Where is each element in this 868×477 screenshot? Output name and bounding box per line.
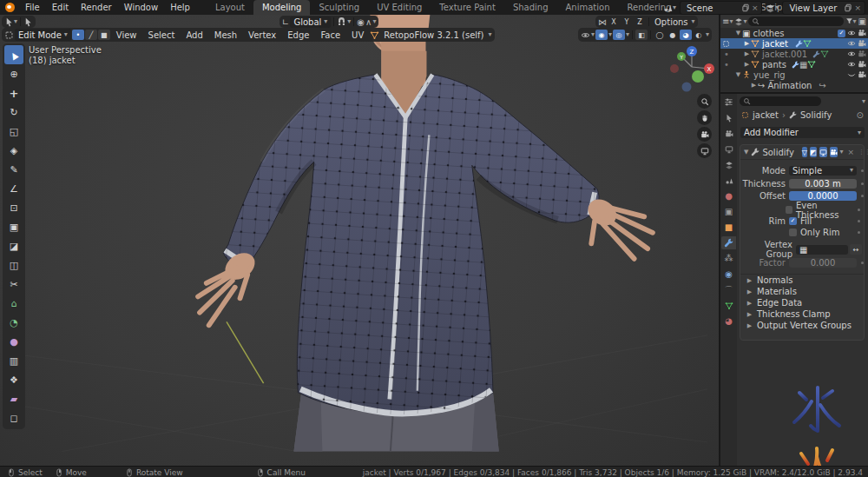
- view-layer-selector[interactable]: View Layer ×: [782, 1, 865, 15]
- hide-viewport-icon[interactable]: [847, 29, 856, 37]
- hide-viewport-icon[interactable]: [847, 60, 856, 69]
- tool-bevel[interactable]: ◪: [4, 236, 23, 255]
- tool-loop-cut[interactable]: ◫: [4, 255, 23, 275]
- menu-vertex[interactable]: Vertex: [243, 29, 281, 42]
- tool-shear[interactable]: ▰: [4, 389, 23, 408]
- tab-scene[interactable]: [721, 174, 736, 187]
- tab-modifiers[interactable]: [721, 236, 736, 249]
- tool-transform[interactable]: ◈: [4, 141, 23, 160]
- camera-view-button[interactable]: [697, 127, 712, 142]
- panel-expand-icon[interactable]: ▼: [744, 149, 748, 156]
- tool-knife[interactable]: ✂: [4, 275, 23, 294]
- object-name[interactable]: pants: [762, 60, 786, 70]
- orientation-dropdown[interactable]: Global▾: [290, 17, 331, 28]
- expand-icon[interactable]: ▶: [750, 82, 758, 89]
- section-output-vertex-groups[interactable]: ▶Output Vertex Groups: [740, 320, 864, 331]
- pan-view-button[interactable]: [697, 110, 712, 125]
- overlays-toggle-icon[interactable]: ◎: [613, 30, 625, 40]
- animation-name[interactable]: Animation: [767, 81, 812, 90]
- menu-select[interactable]: Select: [143, 29, 181, 42]
- editor-type-icon[interactable]: [4, 30, 14, 40]
- snap-magnet-icon[interactable]: [337, 17, 346, 27]
- object-name[interactable]: jacket: [762, 39, 788, 49]
- mode-dropdown[interactable]: Simple▾: [789, 166, 857, 176]
- tab-particles[interactable]: ⁂: [721, 252, 736, 265]
- remove-view-layer-icon[interactable]: ×: [852, 3, 863, 12]
- section-materials[interactable]: ▶Materials: [740, 286, 864, 297]
- tool-scale[interactable]: ◱: [4, 122, 23, 141]
- shading-wireframe-icon[interactable]: ◯: [654, 30, 666, 40]
- gizmos-toggle-icon[interactable]: ◉: [595, 30, 608, 40]
- mirror-y-toggle[interactable]: Y: [621, 17, 633, 27]
- snap-dropdown-caret[interactable]: ▾: [347, 18, 351, 25]
- tool-move[interactable]: +: [4, 83, 23, 103]
- active-tool-icon[interactable]: ▾: [4, 17, 17, 27]
- display-cage-toggle[interactable]: ◩: [810, 147, 817, 157]
- factor-slider[interactable]: 0.000: [789, 258, 857, 268]
- expand-icon[interactable]: ▶: [743, 61, 751, 68]
- new-collection-icon[interactable]: ▣: [858, 17, 866, 26]
- properties-options-caret[interactable]: ▾: [862, 98, 865, 105]
- view-layer-name[interactable]: View Layer: [785, 3, 844, 13]
- outliner-search-input[interactable]: [748, 17, 843, 26]
- outliner-row-yue-rig[interactable]: ▼ yue_rig: [720, 70, 868, 80]
- tool-spin[interactable]: ◔: [4, 313, 23, 332]
- expand-icon[interactable]: ▼: [734, 30, 742, 36]
- vertex-select-toggle[interactable]: •: [72, 30, 84, 40]
- display-realtime-toggle[interactable]: [819, 147, 827, 157]
- rim-fill-checkbox[interactable]: ✓: [789, 217, 797, 225]
- outliner-row-clothes[interactable]: ▼ ▣ clothes ✓: [720, 28, 868, 38]
- animate-dot[interactable]: [861, 182, 864, 185]
- shading-solid-icon[interactable]: ●: [667, 30, 679, 40]
- disable-render-icon[interactable]: [858, 50, 866, 58]
- object-name[interactable]: jacket.001: [762, 50, 807, 59]
- only-rim-checkbox[interactable]: [789, 229, 797, 236]
- scene-name[interactable]: Scene: [682, 3, 741, 13]
- filter-image-icon[interactable]: ▾: [734, 17, 746, 26]
- modifier-extras-caret[interactable]: ▾: [840, 149, 844, 156]
- mode-dropdown[interactable]: Edit Mode▾: [15, 29, 71, 41]
- modifier-wrench-icon[interactable]: [795, 40, 803, 48]
- disable-render-icon[interactable]: [858, 39, 866, 48]
- menu-file[interactable]: File: [19, 1, 46, 15]
- hide-viewport-icon[interactable]: [847, 39, 856, 48]
- face-select-toggle[interactable]: ■: [98, 30, 110, 40]
- tab-view-layer[interactable]: [721, 158, 736, 171]
- menu-edit[interactable]: Edit: [46, 1, 75, 15]
- collection-name[interactable]: clothes: [753, 29, 784, 38]
- tab-world[interactable]: ●: [721, 189, 736, 202]
- copy-scene-icon[interactable]: [741, 3, 750, 12]
- menu-help[interactable]: Help: [164, 1, 196, 15]
- display-mode-icon[interactable]: ≡▾: [722, 17, 733, 26]
- shading-material-icon[interactable]: ◕: [680, 30, 692, 40]
- animate-dot[interactable]: [858, 209, 860, 211]
- tab-object-data[interactable]: [721, 299, 736, 312]
- add-modifier-button[interactable]: Add Modifier ▾: [740, 127, 865, 138]
- expand-icon[interactable]: ▶: [743, 40, 751, 47]
- menu-edge[interactable]: Edge: [282, 29, 314, 42]
- falloff-curve-icon[interactable]: ∧: [365, 17, 372, 27]
- menu-add[interactable]: Add: [181, 29, 207, 42]
- menu-render[interactable]: Render: [75, 1, 118, 15]
- animate-dot[interactable]: [858, 220, 860, 222]
- tool-annotate[interactable]: ✎: [4, 160, 23, 179]
- tool-extrude-region[interactable]: ⊡: [4, 198, 23, 217]
- menu-uv[interactable]: UV: [346, 29, 369, 42]
- hidden-eye-icon[interactable]: [847, 70, 856, 79]
- disable-render-icon[interactable]: [858, 29, 866, 37]
- object-visibility-icon[interactable]: [581, 30, 590, 40]
- tab-layout[interactable]: Layout: [207, 0, 253, 15]
- expand-icon[interactable]: ▶: [743, 50, 751, 57]
- mirror-z-toggle[interactable]: Z: [634, 17, 646, 27]
- animate-dot[interactable]: [858, 231, 860, 234]
- tab-collection[interactable]: ▣: [721, 205, 736, 218]
- mesh-data-icon[interactable]: [820, 50, 829, 58]
- display-render-toggle[interactable]: [830, 147, 838, 157]
- animate-dot[interactable]: [861, 262, 864, 264]
- modifier-close-icon[interactable]: ×: [846, 148, 857, 156]
- modifier-wrench-icon[interactable]: [792, 61, 799, 69]
- tool-smooth[interactable]: ●: [4, 332, 23, 351]
- tab-tool[interactable]: [721, 111, 736, 124]
- mirror-x-toggle[interactable]: X: [608, 17, 620, 27]
- invert-vertex-group-icon[interactable]: ↔: [850, 244, 862, 255]
